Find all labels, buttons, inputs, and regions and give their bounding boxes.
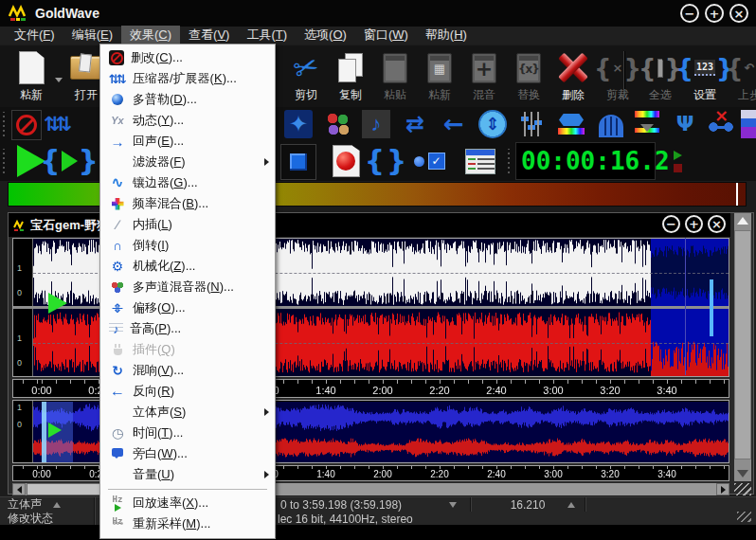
menu-item[interactable]: 偏移(O)...: [100, 297, 275, 318]
axis-label: 2:20: [430, 469, 448, 479]
minimize-button[interactable]: [680, 4, 699, 23]
menu-item[interactable]: 多普勒(D)...: [100, 89, 275, 110]
menu-item[interactable]: 旁白(W)...: [100, 443, 275, 464]
submenu-arrow-icon: [264, 158, 269, 166]
scroll-left-button[interactable]: [12, 483, 26, 495]
filter-effect-icon[interactable]: [557, 110, 585, 138]
menu-item-label: 重新采样(M)...: [133, 515, 210, 532]
toolbar-button-cut[interactable]: 剪切: [284, 48, 328, 103]
overview-playback-marker-icon[interactable]: [48, 423, 62, 438]
menubar-item[interactable]: 帮助(H): [417, 26, 476, 45]
offset-effect-icon[interactable]: [478, 110, 507, 138]
selection-end-marker[interactable]: [710, 279, 713, 336]
maximize-button[interactable]: [705, 4, 724, 23]
doc-maximize-button[interactable]: [685, 215, 703, 233]
doc-minimize-button[interactable]: [662, 215, 680, 233]
menu-item[interactable]: 频率混合(B)...: [100, 193, 275, 214]
menubar-item[interactable]: 工具(T): [238, 26, 296, 45]
statusbar-resize-grip[interactable]: [737, 512, 751, 522]
menu-item[interactable]: 镶边器(G)...: [100, 172, 275, 193]
menubar-item[interactable]: 查看(V): [180, 26, 238, 45]
menubar-item[interactable]: 窗口(W): [355, 26, 417, 45]
novocals-effect-icon[interactable]: [707, 110, 735, 138]
icon-text: ↶: [745, 62, 755, 74]
toolbar-button-previous[interactable]: ↶上步: [728, 48, 756, 103]
scroll-down-icon[interactable]: [737, 470, 748, 477]
spectrum-effect-icon[interactable]: [633, 110, 661, 138]
stop-button[interactable]: [280, 144, 316, 180]
echo-icon: [109, 134, 126, 150]
doc-close-button[interactable]: [708, 215, 726, 233]
star-effect-icon[interactable]: [284, 110, 313, 138]
clipped-effect-icon[interactable]: [741, 110, 756, 138]
toolbar-button-label: 设置: [683, 87, 727, 103]
window-resize-grip[interactable]: [734, 483, 751, 495]
menu-item[interactable]: 滤波器(F): [100, 152, 275, 172]
reverse-effect-icon[interactable]: [440, 110, 468, 138]
menu-item[interactable]: 立体声(S): [100, 402, 275, 423]
blank-icon: [109, 405, 126, 421]
menu-item[interactable]: 删改(C)...: [100, 47, 275, 68]
modified-state-cell: 修改状态: [0, 512, 95, 526]
mechanize-icon: [109, 259, 126, 275]
menu-item[interactable]: 混响(V)...: [100, 360, 275, 381]
channel-dropdown-icon[interactable]: [53, 502, 61, 508]
menubar-item[interactable]: 选项(O): [296, 26, 355, 45]
toolbar-button-paste-new-file[interactable]: 粘新: [9, 48, 53, 103]
toolbar-button-mix[interactable]: 混音: [462, 48, 506, 103]
menu-item[interactable]: 多声道混音器(N)...: [100, 277, 275, 297]
menu-item[interactable]: 音量(U): [100, 464, 275, 485]
menu-item[interactable]: 内插(L): [100, 214, 275, 235]
inout-effect-icon[interactable]: [401, 110, 429, 138]
menu-item[interactable]: 重新采样(M)...: [100, 513, 275, 534]
menu-item[interactable]: 压缩器/扩展器(K)...: [100, 68, 275, 89]
scroll-up-icon[interactable]: [737, 217, 748, 225]
toolbar-button-delete[interactable]: 删除: [551, 48, 595, 103]
compressor-effect-icon[interactable]: [44, 110, 72, 138]
toolbar-button-replace[interactable]: 替换: [507, 48, 550, 103]
replace-icon: [507, 48, 550, 87]
pitch-effect-icon[interactable]: [362, 110, 390, 138]
record-selection-button[interactable]: [366, 144, 405, 178]
no-entry-icon: [109, 50, 124, 65]
menu-item[interactable]: 插件(Q): [100, 339, 275, 360]
play-selection-button[interactable]: [49, 144, 89, 178]
vertical-scrollbar[interactable]: [734, 213, 751, 481]
app-window-controls: [680, 4, 748, 23]
properties-button[interactable]: [460, 144, 500, 178]
position-cell[interactable]: 16.210: [471, 497, 585, 512]
toolbar-button-copy[interactable]: 复制: [329, 48, 372, 103]
record-button[interactable]: [326, 144, 366, 178]
menu-item[interactable]: 动态(Y)...: [100, 110, 275, 131]
toolbar-button-set-selection[interactable]: 123设置: [683, 48, 727, 103]
menu-item[interactable]: 反向(R): [100, 381, 275, 402]
spray-effect-icon[interactable]: [671, 110, 699, 138]
cancel-effect-icon[interactable]: [11, 110, 42, 140]
menubar-item[interactable]: 编辑(E): [63, 26, 121, 45]
position-dropdown-icon[interactable]: [567, 502, 575, 508]
toolbar-button-paste[interactable]: 粘贴: [373, 48, 417, 103]
scroll-right-button[interactable]: [716, 483, 729, 495]
menubar-item[interactable]: 效果(C): [121, 26, 180, 45]
menu-item[interactable]: 机械化(Z)...: [100, 256, 275, 277]
monitor-button[interactable]: [409, 144, 449, 178]
channel-mode-cell[interactable]: 立体声: [0, 497, 95, 512]
playback-rate-icon: [109, 495, 126, 512]
menu-item[interactable]: 回声(E)...: [100, 131, 275, 152]
toolbar-button-trim[interactable]: ×剪裁: [596, 48, 639, 103]
playback-marker-icon[interactable]: [48, 293, 67, 314]
menu-item[interactable]: 时间(T)...: [100, 423, 275, 443]
gate-effect-icon[interactable]: [597, 110, 625, 138]
toolbar-button-paste-new[interactable]: 粘新: [418, 48, 461, 103]
open-dropdown-caret-icon[interactable]: [55, 78, 63, 82]
close-button[interactable]: [729, 4, 748, 23]
menubar-item[interactable]: 文件(F): [6, 26, 63, 45]
vertical-scroll-thumb[interactable]: [734, 230, 751, 459]
menu-item[interactable]: 倒转(I): [100, 235, 275, 256]
menu-item[interactable]: 回放速率(X)...: [100, 493, 275, 513]
selection-dropdown-icon[interactable]: [449, 502, 457, 508]
doppler-icon: [109, 92, 126, 108]
eq-effect-icon[interactable]: [517, 110, 546, 138]
mixer-effect-icon[interactable]: [323, 110, 351, 138]
menu-item[interactable]: 音高(P)...: [100, 318, 275, 339]
